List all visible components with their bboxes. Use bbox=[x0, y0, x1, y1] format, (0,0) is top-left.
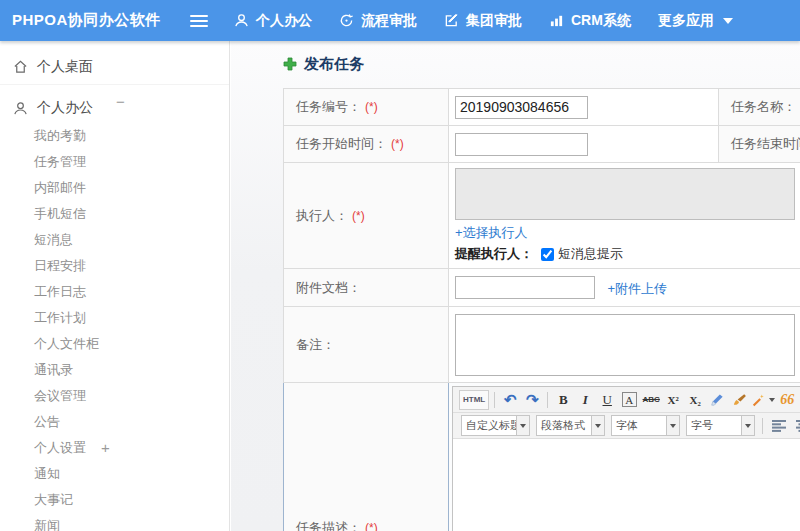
nav-personal-office[interactable]: 个人办公 bbox=[234, 12, 312, 30]
home-icon bbox=[13, 59, 28, 74]
main-content: 发布任务 任务编号：(*) 任务名称：(*) 任务开始时间：(*) 任务结束时间… bbox=[231, 41, 800, 531]
sidebar-item-news[interactable]: 新闻 bbox=[0, 513, 229, 531]
task-form-table: 任务编号：(*) 任务名称：(*) 任务开始时间：(*) 任务结束时间：(*) … bbox=[283, 88, 800, 531]
subscript-button[interactable]: X₂ bbox=[685, 390, 705, 410]
remark-textarea[interactable] bbox=[455, 314, 795, 376]
sidebar-item-meeting[interactable]: 会议管理 bbox=[0, 383, 229, 409]
bar-chart-icon bbox=[549, 13, 564, 28]
add-plus-icon bbox=[283, 57, 297, 71]
sidebar-item-schedule[interactable]: 日程安排 bbox=[0, 253, 229, 279]
superscript-button[interactable]: X² bbox=[663, 390, 683, 410]
sidebar-item-internal-mail[interactable]: 内部邮件 bbox=[0, 175, 229, 201]
format-brush-icon[interactable] bbox=[729, 390, 749, 410]
nav-crm[interactable]: CRM系统 bbox=[549, 12, 631, 30]
task-number-input[interactable] bbox=[455, 96, 588, 119]
sidebar-item-phone-sms[interactable]: 手机短信 bbox=[0, 201, 229, 227]
strikethrough-button[interactable]: ABC bbox=[641, 390, 661, 410]
user-icon bbox=[13, 101, 28, 116]
start-time-input[interactable] bbox=[455, 133, 588, 156]
bold-button[interactable]: B bbox=[553, 390, 573, 410]
eraser-icon[interactable] bbox=[707, 390, 727, 410]
sidebar-item-personal-settings[interactable]: 个人设置 + bbox=[0, 435, 229, 461]
font-size-select[interactable]: 字号 bbox=[686, 415, 755, 436]
sidebar-item-personal-office[interactable]: 个人办公 − bbox=[0, 93, 229, 123]
underline-button[interactable]: U bbox=[597, 390, 617, 410]
top-nav: 个人办公 流程审批 集团审批 CRM系统 更多应用 bbox=[234, 12, 760, 30]
hamburger-menu-icon[interactable] bbox=[190, 12, 208, 30]
sidebar-item-contacts[interactable]: 通讯录 bbox=[0, 357, 229, 383]
sidebar-item-file-cabinet[interactable]: 个人文件柜 bbox=[0, 331, 229, 357]
task-number-label: 任务编号：(*) bbox=[284, 89, 449, 126]
italic-button[interactable]: I bbox=[575, 390, 595, 410]
paragraph-format-select[interactable]: 段落格式 bbox=[536, 415, 605, 436]
user-icon bbox=[234, 13, 249, 28]
nav-group-approval[interactable]: 集团审批 bbox=[444, 12, 522, 30]
sms-remind-checkbox[interactable] bbox=[541, 248, 554, 261]
topbar: PHPOA协同办公软件 个人办公 流程审批 集团审批 CRM系统 更多应用 bbox=[0, 0, 800, 41]
attachment-input[interactable] bbox=[455, 276, 595, 299]
align-left-icon[interactable] bbox=[769, 416, 789, 436]
edit-square-icon bbox=[444, 13, 459, 28]
choose-executor-link[interactable]: +选择执行人 bbox=[455, 225, 528, 240]
sms-remind-label: 短消息提示 bbox=[558, 245, 623, 263]
editor-toolbar-row-1: HTML B I U A ABC X² X₂ bbox=[453, 387, 800, 413]
sidebar: 个人桌面 个人办公 − 我的考勤 任务管理 内部邮件 手机短信 短消息 日程安排… bbox=[0, 41, 230, 531]
font-frame-button[interactable]: A bbox=[622, 392, 637, 407]
align-center-icon[interactable] bbox=[793, 416, 800, 436]
expand-plus-icon[interactable]: + bbox=[101, 435, 110, 461]
nav-process-approval[interactable]: 流程审批 bbox=[339, 12, 417, 30]
task-name-label: 任务名称：(*) bbox=[719, 89, 800, 126]
sidebar-item-work-plan[interactable]: 工作计划 bbox=[0, 305, 229, 331]
magic-wand-icon[interactable] bbox=[751, 390, 775, 410]
page-title: 发布任务 bbox=[283, 55, 800, 73]
undo-icon[interactable] bbox=[500, 390, 520, 410]
attachment-label: 附件文档： bbox=[284, 269, 449, 307]
remind-executor-label: 提醒执行人： bbox=[455, 245, 533, 263]
sidebar-item-notice[interactable]: 通知 bbox=[0, 461, 229, 487]
caret-down-icon bbox=[723, 18, 733, 24]
sidebar-item-work-log[interactable]: 工作日志 bbox=[0, 279, 229, 305]
caret-down-icon bbox=[769, 398, 775, 402]
collapse-minus-icon[interactable]: − bbox=[116, 93, 125, 110]
sidebar-item-short-message[interactable]: 短消息 bbox=[0, 227, 229, 253]
end-time-label: 任务结束时间：(*) bbox=[719, 126, 800, 163]
sidebar-item-announcement[interactable]: 公告 bbox=[0, 409, 229, 435]
custom-title-select[interactable]: 自定义标题 bbox=[461, 415, 530, 436]
attachment-upload-link[interactable]: +附件上传 bbox=[607, 281, 667, 296]
description-label: 任务描述：(*) bbox=[284, 383, 449, 531]
sidebar-item-desktop[interactable]: 个人桌面 bbox=[0, 49, 229, 85]
sidebar-item-attendance[interactable]: 我的考勤 bbox=[0, 123, 229, 149]
executor-textarea[interactable] bbox=[455, 168, 795, 220]
editor-toolbar-row-2: 自定义标题 段落格式 字体 字号 bbox=[453, 413, 800, 439]
blockquote-button[interactable]: 66 bbox=[777, 390, 797, 410]
font-family-select[interactable]: 字体 bbox=[611, 415, 680, 436]
remark-label: 备注： bbox=[284, 307, 449, 383]
redo-icon[interactable] bbox=[522, 390, 542, 410]
nav-more-apps[interactable]: 更多应用 bbox=[658, 12, 733, 30]
sidebar-item-events[interactable]: 大事记 bbox=[0, 487, 229, 513]
rich-text-editor: HTML B I U A ABC X² X₂ bbox=[452, 386, 800, 531]
process-approval-icon bbox=[339, 13, 354, 28]
editor-content-area[interactable] bbox=[453, 439, 800, 531]
sidebar-item-task-management[interactable]: 任务管理 bbox=[0, 149, 229, 175]
start-time-label: 任务开始时间：(*) bbox=[284, 126, 449, 163]
html-source-button[interactable]: HTML bbox=[459, 390, 489, 410]
executor-label: 执行人：(*) bbox=[284, 163, 449, 269]
app-logo: PHPOA协同办公软件 bbox=[0, 11, 160, 30]
